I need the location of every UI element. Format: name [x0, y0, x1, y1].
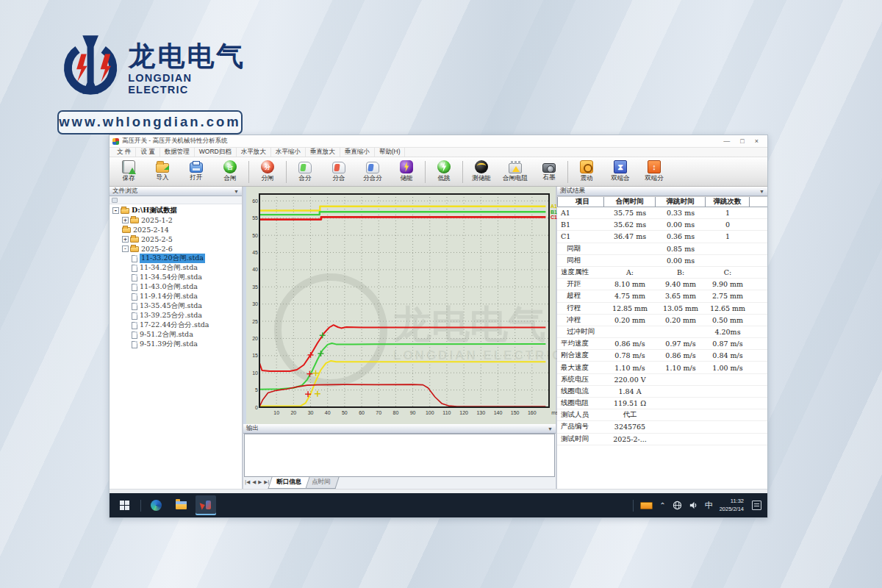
menu-item-6[interactable]: 垂直放大: [306, 148, 340, 157]
volume-icon[interactable]: [689, 501, 698, 510]
tree-expander-icon[interactable]: -: [112, 207, 119, 214]
toolbar-button-import[interactable]: 导入: [146, 158, 179, 186]
toolbar-button-dual-close[interactable]: ⧗双端合: [603, 158, 637, 186]
panel-menu-caret-icon[interactable]: ▼: [234, 189, 239, 194]
notification-center-icon[interactable]: [752, 501, 761, 510]
toolbar-button-graphite[interactable]: 石墨: [532, 158, 566, 186]
tree-item-3[interactable]: +2025-2-5: [110, 234, 242, 244]
close-op-icon: 合: [223, 160, 237, 173]
tree-item-2[interactable]: 2025-2-14: [110, 225, 242, 234]
results-row-平均速度: 平均速度0.86 m/s0.97 m/s0.87 m/s: [557, 338, 767, 350]
toolbar-label-closing-resistor: 合闸电阻: [503, 174, 528, 183]
toolbar-button-vibration[interactable]: 震动: [570, 158, 603, 186]
menu-item-5[interactable]: 水平缩小: [271, 148, 306, 157]
start-button[interactable]: [114, 495, 135, 515]
maximize-button[interactable]: □: [740, 137, 744, 145]
edge-browser-icon[interactable]: [146, 495, 166, 515]
toolbar-button-test-energy[interactable]: 测储能: [465, 158, 498, 186]
tree-item-11[interactable]: 13-39.25合分.stda: [110, 311, 242, 320]
folder-icon: [130, 237, 139, 243]
file-browser-panel: 文件浏览 ▼ -D:\H测试数据+2025-1-22025-2-14+2025-…: [110, 187, 243, 489]
svg-text:90: 90: [410, 410, 416, 415]
toolbar-separator: [425, 161, 426, 183]
file-icon: [132, 322, 137, 329]
toolbar-button-closing-resistor[interactable]: 合闸电阻: [498, 158, 532, 186]
tab-nav-arrow-0[interactable]: |◀: [245, 479, 250, 485]
svg-text:40: 40: [325, 410, 331, 415]
toolbar-button-open-close[interactable]: 分合: [322, 158, 356, 186]
toolbar-label-vibration: 震动: [581, 174, 593, 183]
results-row-A1: A135.75 ms0.33 ms1: [557, 207, 767, 219]
tray-chevron-icon[interactable]: ⌃: [659, 501, 665, 509]
svg-text:50: 50: [342, 410, 348, 415]
toolbar-button-close-op[interactable]: 合合闸: [213, 158, 247, 186]
results-row-测试人员: 测试人员代工: [557, 409, 767, 421]
tree-item-0[interactable]: -D:\H测试数据: [110, 206, 242, 215]
svg-text:60: 60: [359, 410, 365, 415]
minimize-button[interactable]: —: [723, 137, 730, 145]
row-value: 35.62 ms: [604, 220, 656, 229]
tree-item-label: 2025-2-6: [141, 245, 173, 253]
tree-item-5[interactable]: 11-33.20合闸.stda: [110, 254, 242, 263]
ime-language-indicator[interactable]: 中: [705, 500, 713, 511]
row-value: 0.78 m/s: [604, 351, 656, 359]
taskbar-clock[interactable]: 11:32 2025/2/14: [720, 498, 744, 512]
menu-item-0[interactable]: 文 件: [112, 148, 136, 157]
menu-item-7[interactable]: 垂直缩小: [340, 148, 375, 157]
tree-item-label: 2025-2-14: [133, 226, 169, 234]
toolbar-button-open-op[interactable]: 分分闸: [251, 158, 284, 186]
toolbar-button-open-close-open[interactable]: 分合分: [356, 158, 390, 186]
menu-item-3[interactable]: WORD归档: [195, 148, 237, 157]
tree-item-6[interactable]: 11-34.2合闸.stda: [110, 263, 242, 273]
dual-close-icon: ⧗: [614, 160, 627, 173]
svg-text:A1: A1: [551, 204, 557, 209]
menu-item-1[interactable]: 设 置: [136, 148, 159, 157]
output-caret-icon[interactable]: ▼: [548, 426, 553, 431]
tree-expander-icon[interactable]: +: [122, 236, 129, 243]
tree-item-9[interactable]: 11-9.14分闸.stda: [110, 292, 242, 301]
toolbar-button-save[interactable]: 保存: [112, 158, 146, 186]
window-title: 高压开关 - 高压开关机械特性分析系统: [122, 137, 228, 146]
svg-text:140: 140: [494, 410, 503, 415]
results-row-线圈电阻: 线圈电阻119.51 Ω: [557, 398, 767, 409]
toolbar-button-open[interactable]: 打开: [179, 158, 213, 186]
tree-item-14[interactable]: 9-51.39分闸.stda: [110, 340, 242, 349]
tab-断口信息[interactable]: 断口信息: [268, 477, 310, 489]
tree-item-10[interactable]: 13-35.45合闸.stda: [110, 301, 242, 311]
tree-item-7[interactable]: 11-34.54分闸.stda: [110, 273, 242, 282]
toolbar-button-dual-open[interactable]: ↕双端分: [637, 158, 671, 186]
main-content: 文件浏览 ▼ -D:\H测试数据+2025-1-22025-2-14+2025-…: [110, 187, 767, 489]
svg-text:55: 55: [252, 215, 258, 220]
toolbar-button-low-trip[interactable]: 低跳: [427, 158, 461, 186]
tab-nav-arrow-2[interactable]: ▶: [258, 479, 262, 485]
row-value: 0.00 ms: [656, 257, 706, 265]
svg-text:50: 50: [252, 233, 258, 238]
folder-icon: [130, 246, 139, 252]
window-titlebar: 高压开关 - 高压开关机械特性分析系统 — □ ×: [110, 135, 767, 148]
tree-item-13[interactable]: 9-51.2合闸.stda: [110, 330, 242, 340]
menu-item-2[interactable]: 数据管理: [160, 148, 195, 157]
open-op-icon: 分: [261, 160, 274, 173]
tree-item-8[interactable]: 11-43.0合闸.stda: [110, 282, 242, 292]
network-globe-icon[interactable]: [673, 501, 682, 510]
toolbar-button-energy-store[interactable]: 储能: [390, 158, 423, 186]
tree-item-12[interactable]: 17-22.44分合分.stda: [110, 320, 242, 330]
tree-item-1[interactable]: +2025-1-2: [110, 215, 242, 225]
tray-app-icon[interactable]: [640, 502, 653, 509]
tree-tool-icon[interactable]: [112, 198, 118, 203]
tab-nav-arrow-1[interactable]: ◀: [252, 479, 256, 485]
menu-item-4[interactable]: 水平放大: [237, 148, 271, 157]
menu-item-8[interactable]: 帮助(H): [375, 148, 406, 157]
svg-text:C1: C1: [551, 215, 557, 220]
tree-item-label: 11-9.14分闸.stda: [140, 292, 198, 301]
output-textarea[interactable]: [244, 434, 555, 477]
tree-expander-icon[interactable]: +: [122, 217, 129, 223]
tree-expander-icon[interactable]: -: [122, 245, 129, 252]
results-caret-icon[interactable]: ▼: [759, 189, 764, 194]
toolbar-button-close-open[interactable]: 合分: [288, 158, 322, 186]
app-taskbar-icon[interactable]: [196, 495, 216, 515]
close-button[interactable]: ×: [755, 137, 759, 145]
file-explorer-icon[interactable]: [171, 495, 191, 515]
tree-item-4[interactable]: -2025-2-6: [110, 244, 242, 254]
tree-item-label: 2025-1-2: [141, 216, 173, 224]
